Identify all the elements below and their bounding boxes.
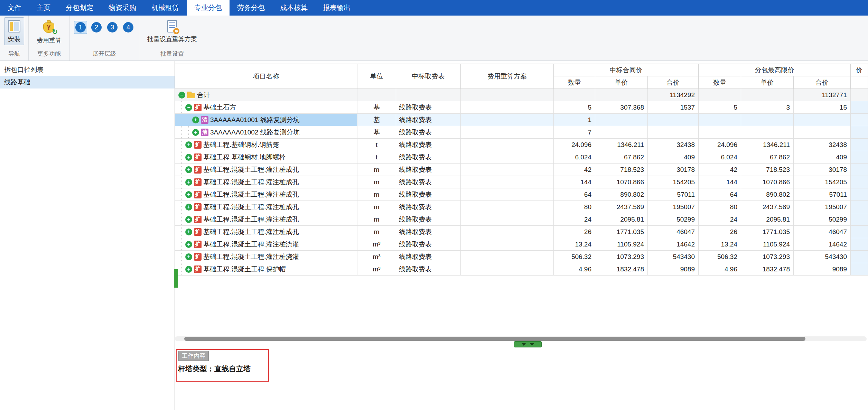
- cell-unit[interactable]: m: [357, 176, 396, 188]
- cell-bid-total[interactable]: 195007: [648, 201, 699, 213]
- cell-bid-total[interactable]: 50299: [648, 213, 699, 226]
- expand-toggle-icon[interactable]: +: [185, 179, 192, 186]
- expand-level-1-button[interactable]: 1: [74, 21, 87, 34]
- table-row[interactable]: + 扩 基础工程.混凝土工程.灌注桩浇灌 m³ 线路取费表 13.24 1105…: [175, 238, 868, 251]
- expand-toggle-icon[interactable]: +: [185, 229, 192, 235]
- cell-sub-total[interactable]: 195007: [794, 201, 851, 213]
- cell-fee-table[interactable]: 线路取费表: [396, 126, 461, 139]
- cell-sub-qty[interactable]: 24.096: [699, 139, 741, 151]
- cell-sub-total[interactable]: 9089: [794, 263, 851, 276]
- cell-unit[interactable]: [357, 89, 396, 101]
- cell-fee-table[interactable]: 线路取费表: [396, 188, 461, 201]
- cell-bid-qty[interactable]: 1: [554, 114, 595, 126]
- expand-toggle-icon[interactable]: −: [178, 92, 185, 99]
- cell-fee-table[interactable]: 线路取费表: [396, 251, 461, 263]
- cell-sub-qty[interactable]: 24: [699, 213, 741, 226]
- cell-sub-qty[interactable]: [699, 114, 741, 126]
- cell-unit[interactable]: m: [357, 226, 396, 238]
- cell-bid-qty[interactable]: 144: [554, 176, 595, 188]
- cell-bid-total[interactable]: 1134292: [648, 89, 699, 101]
- cell-unit[interactable]: m³: [357, 263, 396, 276]
- cell-bid-price[interactable]: 2437.589: [595, 201, 648, 213]
- column-header-bid-total[interactable]: 合价: [648, 76, 699, 89]
- cell-fee-table[interactable]: 线路取费表: [396, 263, 461, 276]
- cell-bid-total[interactable]: 1537: [648, 101, 699, 114]
- menu-item-subcontract-define[interactable]: 分包划定: [58, 0, 101, 16]
- column-header-fee-table[interactable]: 中标取费表: [396, 64, 461, 89]
- column-header-clipped[interactable]: 价: [851, 64, 868, 76]
- cell-bid-price[interactable]: [595, 126, 648, 139]
- cell-project-name[interactable]: − 扩 基础土石方: [175, 101, 357, 114]
- table-row[interactable]: + 扩 基础工程.混凝土工程.灌注桩成孔 m 线路取费表 26 1771.035…: [175, 226, 868, 238]
- expand-toggle-icon[interactable]: +: [185, 204, 192, 211]
- expand-toggle-icon[interactable]: −: [185, 104, 192, 111]
- horizontal-scrollbar-thumb[interactable]: [184, 337, 805, 341]
- cell-sub-total[interactable]: 14642: [794, 238, 851, 251]
- cell-sub-total[interactable]: 543430: [794, 251, 851, 263]
- install-button[interactable]: 安装: [4, 17, 24, 45]
- cell-sub-total[interactable]: [794, 114, 851, 126]
- cell-sub-total[interactable]: 154205: [794, 176, 851, 188]
- cell-bid-total[interactable]: 9089: [648, 263, 699, 276]
- menu-item-home[interactable]: 主页: [29, 0, 58, 16]
- cell-sub-qty[interactable]: 64: [699, 188, 741, 201]
- menu-item-machine-rent[interactable]: 机械租赁: [144, 0, 187, 16]
- cell-fee-table[interactable]: [396, 89, 461, 101]
- cell-sub-price[interactable]: 1346.211: [741, 139, 794, 151]
- cell-sub-qty[interactable]: 80: [699, 201, 741, 213]
- cell-bid-price[interactable]: 1346.211: [595, 139, 648, 151]
- cell-project-name[interactable]: + 扩 基础工程.混凝土工程.灌注桩浇灌: [175, 238, 357, 251]
- cell-project-name[interactable]: + 扩 基础工程.混凝土工程.灌注桩成孔: [175, 176, 357, 188]
- cell-recalc-plan[interactable]: [461, 188, 554, 201]
- table-row[interactable]: + 清 3AAAAAA01001 线路复测分坑 基 线路取费表 1: [175, 114, 868, 126]
- expand-toggle-icon[interactable]: +: [185, 253, 192, 260]
- cell-bid-price[interactable]: 2095.81: [595, 213, 648, 226]
- cell-unit[interactable]: t: [357, 139, 396, 151]
- cell-recalc-plan[interactable]: [461, 263, 554, 276]
- cell-bid-price[interactable]: 307.368: [595, 101, 648, 114]
- expand-toggle-icon[interactable]: +: [185, 191, 192, 198]
- cell-sub-price[interactable]: 2437.589: [741, 201, 794, 213]
- cell-bid-price[interactable]: 890.802: [595, 188, 648, 201]
- cell-bid-price[interactable]: 67.862: [595, 151, 648, 164]
- column-header-sub-qty[interactable]: 数量: [699, 76, 741, 89]
- cell-sub-price[interactable]: 67.862: [741, 151, 794, 164]
- cell-project-name[interactable]: + 扩 基础工程.混凝土工程.灌注桩成孔: [175, 226, 357, 238]
- table-row[interactable]: − 扩 基础土石方 基 线路取费表 5 307.368 1537 5 3 15: [175, 101, 868, 114]
- cell-bid-qty[interactable]: 80: [554, 201, 595, 213]
- cell-bid-total[interactable]: 46047: [648, 226, 699, 238]
- cell-fee-table[interactable]: 线路取费表: [396, 213, 461, 226]
- cell-recalc-plan[interactable]: [461, 139, 554, 151]
- column-header-bid-qty[interactable]: 数量: [554, 76, 595, 89]
- expand-toggle-icon[interactable]: +: [185, 241, 192, 248]
- expand-level-4-button[interactable]: 4: [122, 21, 135, 34]
- cell-unit[interactable]: 基: [357, 101, 396, 114]
- column-group-bid-contract-price[interactable]: 中标合同价: [554, 64, 699, 76]
- cell-project-name[interactable]: + 清 3AAAAAA01002 线路复测分坑: [175, 126, 357, 139]
- cell-bid-total[interactable]: 14642: [648, 238, 699, 251]
- cell-sub-price[interactable]: [741, 114, 794, 126]
- cell-bid-total[interactable]: 409: [648, 151, 699, 164]
- cell-project-name[interactable]: + 扩 基础工程.混凝土工程.灌注桩浇灌: [175, 251, 357, 263]
- table-row[interactable]: + 扩 基础工程.基础钢材.地脚螺栓 t 线路取费表 6.024 67.862 …: [175, 151, 868, 164]
- expand-level-3-button[interactable]: 3: [106, 21, 119, 34]
- cell-project-name[interactable]: + 扩 基础工程.基础钢材.钢筋笼: [175, 139, 357, 151]
- cell-fee-table[interactable]: 线路取费表: [396, 139, 461, 151]
- menu-item-file[interactable]: 文件: [0, 0, 29, 16]
- cell-bid-qty[interactable]: 506.32: [554, 251, 595, 263]
- cell-project-name[interactable]: + 扩 基础工程.基础钢材.地脚螺栓: [175, 151, 357, 164]
- menu-item-professional-subcontract[interactable]: 专业分包: [187, 0, 230, 16]
- expand-toggle-icon[interactable]: +: [185, 141, 192, 148]
- cell-sub-total[interactable]: 1132771: [794, 89, 851, 101]
- menu-item-report-output[interactable]: 报表输出: [315, 0, 358, 16]
- cell-sub-qty[interactable]: 506.32: [699, 251, 741, 263]
- cell-bid-qty[interactable]: 4.96: [554, 263, 595, 276]
- horizontal-scrollbar[interactable]: [175, 336, 867, 341]
- table-row[interactable]: + 扩 基础工程.混凝土工程.灌注桩浇灌 m³ 线路取费表 506.32 107…: [175, 251, 868, 263]
- expand-toggle-icon[interactable]: +: [192, 117, 199, 123]
- cell-fee-table[interactable]: 线路取费表: [396, 201, 461, 213]
- column-header-bid-price[interactable]: 单价: [595, 76, 648, 89]
- cell-sub-price[interactable]: 3: [741, 101, 794, 114]
- cell-sub-qty[interactable]: 6.024: [699, 151, 741, 164]
- column-header-recalc-plan[interactable]: 费用重算方案: [461, 64, 554, 89]
